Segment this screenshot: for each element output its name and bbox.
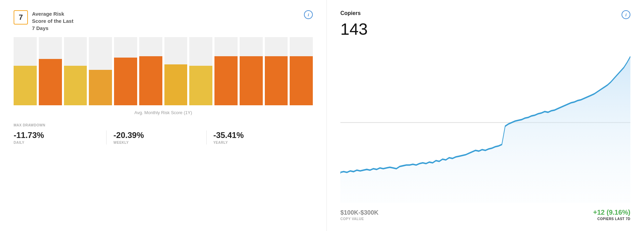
- bar-item: [114, 37, 137, 105]
- copiers-change-block: +12 (9.16%) COPIERS LAST 7D: [593, 209, 630, 221]
- daily-stat: -11.73% DAILY: [14, 130, 107, 144]
- right-header: Copiers i: [340, 10, 630, 19]
- copiers-count: 143: [340, 20, 630, 38]
- daily-label: DAILY: [14, 141, 99, 144]
- bar-fill: [290, 56, 313, 105]
- bar-top: [164, 37, 188, 64]
- bar-top: [139, 37, 162, 56]
- bar-fill: [64, 66, 87, 105]
- right-panel: Copiers i 143 $100K-$300K COPY VALUE: [327, 0, 644, 231]
- bar-item: [14, 37, 37, 105]
- line-chart-svg: [340, 42, 630, 203]
- title-section: 7 Average Risk Score of the Last 7 Days: [14, 10, 74, 32]
- weekly-value: -20.39%: [113, 130, 199, 140]
- copy-value-block: $100K-$300K COPY VALUE: [340, 209, 379, 221]
- copiers-title: Copiers: [340, 10, 361, 16]
- copiers-change-label: COPIERS LAST 7D: [593, 217, 630, 221]
- bar-fill: [89, 70, 112, 105]
- bar-item: [290, 37, 313, 105]
- bar-fill: [139, 56, 162, 105]
- copiers-change-value: +12 (9.16%): [593, 209, 630, 216]
- score-badge: 7: [14, 10, 28, 25]
- bar-top: [39, 37, 62, 59]
- weekly-label: WEEKLY: [113, 141, 199, 144]
- bar-top: [189, 37, 212, 66]
- bar-top: [240, 37, 263, 56]
- bar-top: [214, 37, 238, 56]
- left-panel: 7 Average Risk Score of the Last 7 Days …: [0, 0, 327, 231]
- stats-section: MAX DRAWDOWN -11.73% DAILY -20.39% WEEKL…: [14, 123, 313, 144]
- card-title: Average Risk Score of the Last 7 Days: [32, 10, 74, 32]
- left-header: 7 Average Risk Score of the Last 7 Days …: [14, 10, 313, 32]
- bar-top: [89, 37, 112, 70]
- bar-chart-container: Avg. Monthly Risk Score (1Y): [14, 37, 313, 115]
- copy-value-label: COPY VALUE: [340, 217, 379, 221]
- bar-fill: [214, 56, 238, 105]
- yearly-stat: -35.41% YEARLY: [213, 130, 306, 144]
- yearly-value: -35.41%: [213, 130, 299, 140]
- line-chart-container: [340, 42, 630, 203]
- bottom-stats: $100K-$300K COPY VALUE +12 (9.16%) COPIE…: [340, 209, 630, 221]
- bar-item: [139, 37, 162, 105]
- bar-item: [89, 37, 112, 105]
- bar-item: [265, 37, 288, 105]
- bar-top: [265, 37, 288, 56]
- bar-chart-label: Avg. Monthly Risk Score (1Y): [14, 110, 313, 115]
- info-icon-right[interactable]: i: [622, 10, 630, 19]
- daily-value: -11.73%: [14, 130, 99, 140]
- bar-top: [290, 37, 313, 56]
- weekly-stat: -20.39% WEEKLY: [113, 130, 206, 144]
- bar-item: [39, 37, 62, 105]
- bar-item: [240, 37, 263, 105]
- bar-item: [189, 37, 212, 105]
- copy-value: $100K-$300K: [340, 209, 379, 216]
- bar-fill: [240, 56, 263, 105]
- bar-top: [14, 37, 37, 66]
- stats-row: -11.73% DAILY -20.39% WEEKLY -35.41% YEA…: [14, 130, 313, 144]
- bar-fill: [164, 64, 188, 105]
- bar-fill: [189, 66, 212, 105]
- bar-item: [64, 37, 87, 105]
- bar-fill: [114, 58, 137, 105]
- bar-fill: [14, 66, 37, 105]
- bar-fill: [39, 59, 62, 105]
- bar-top: [114, 37, 137, 58]
- bar-item: [214, 37, 238, 105]
- max-drawdown-label: MAX DRAWDOWN: [14, 123, 313, 127]
- bar-chart: [14, 37, 313, 105]
- bar-item: [164, 37, 188, 105]
- info-icon-left[interactable]: i: [304, 10, 313, 19]
- bar-top: [64, 37, 87, 66]
- bar-fill: [265, 56, 288, 105]
- yearly-label: YEARLY: [213, 141, 299, 144]
